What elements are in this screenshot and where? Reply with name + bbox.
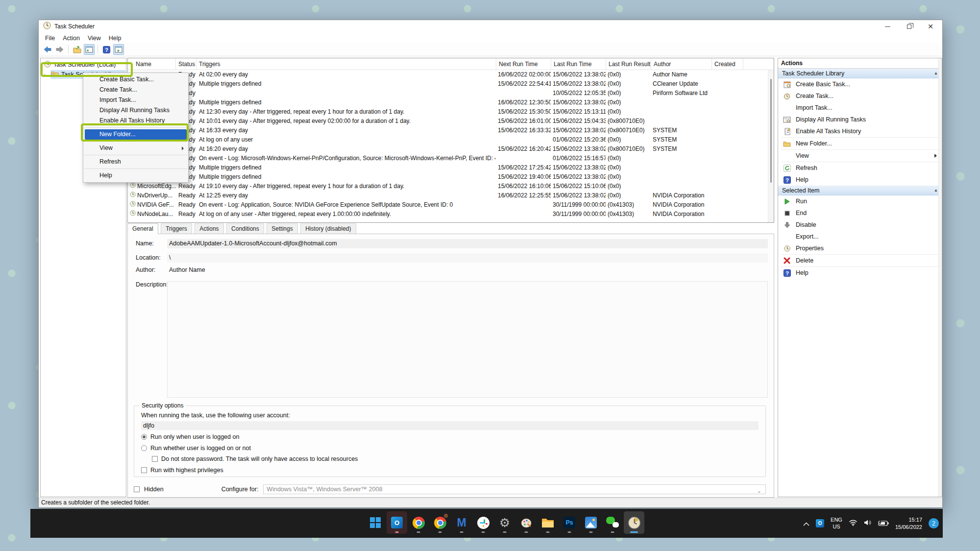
checkbox-icon[interactable]	[141, 467, 147, 473]
collapse-arrow-icon[interactable]: ▲	[934, 186, 938, 195]
action-new-folder[interactable]: New Folder...	[778, 138, 942, 149]
photoshop-icon[interactable]: Ps	[559, 511, 580, 534]
task-row[interactable]: Ready At 10:01 every day - After trigger…	[128, 117, 768, 126]
radio-icon[interactable]	[141, 445, 147, 451]
column-header-last-result[interactable]: Last Run Result	[606, 58, 651, 70]
action-refresh[interactable]: Refresh	[778, 162, 942, 174]
collapse-arrow-icon[interactable]: ▲	[934, 69, 938, 78]
ctx-new-folder[interactable]: New Folder...	[85, 129, 187, 140]
selected-item-section-header[interactable]: Selected Item ▲	[778, 186, 942, 195]
tab-settings[interactable]: Settings	[267, 223, 297, 234]
task-row[interactable]: Ready 10/05/2022 12:05:35 (0x0) Piriform…	[128, 89, 768, 98]
action-end[interactable]: End	[778, 207, 942, 219]
minimize-button[interactable]	[877, 20, 898, 33]
task-list-scrollbar[interactable]	[768, 70, 774, 222]
action-help[interactable]: ? Help	[778, 174, 942, 186]
task-row[interactable]: Ready Multiple triggers defined 15/06/20…	[128, 163, 768, 172]
column-header-name[interactable]: Name	[128, 58, 176, 70]
clock-datetime[interactable]: 15:17 15/06/2022	[895, 516, 922, 531]
column-header-created[interactable]: Created	[712, 58, 743, 70]
ctx-refresh[interactable]: Refresh	[83, 157, 188, 167]
chrome-icon[interactable]	[408, 511, 429, 534]
tree-item-local[interactable]: Task Scheduler (Local)	[41, 60, 126, 70]
back-icon[interactable]	[42, 44, 53, 55]
hidden-checkbox-icon[interactable]	[134, 486, 140, 492]
export-list-icon[interactable]	[72, 44, 82, 55]
radio-run-logged-on-or-not[interactable]: Run whether user is logged on or not	[141, 445, 251, 452]
title-bar[interactable]: Task Scheduler ✕	[39, 20, 942, 33]
task-row[interactable]: Ready At log on of any user 01/06/2022 1…	[128, 135, 768, 144]
task-row[interactable]: MicrosoftEdg... Ready At 19:10 every day…	[128, 182, 768, 191]
task-row[interactable]: Ready Multiple triggers defined 15/06/20…	[128, 172, 768, 182]
action-delete[interactable]: Delete	[778, 255, 942, 266]
action-view[interactable]: View	[778, 150, 942, 162]
action-help-selected[interactable]: ? Help	[778, 267, 942, 279]
chevron-up-icon[interactable]	[803, 519, 809, 528]
paint-icon[interactable]	[516, 511, 537, 534]
ctx-create-task[interactable]: Create Task...	[83, 85, 188, 95]
start-button-icon[interactable]	[365, 511, 386, 534]
action-create-basic-task[interactable]: Create Basic Task...	[778, 78, 942, 90]
close-button[interactable]: ✕	[920, 20, 941, 33]
chrome-profile-icon[interactable]	[430, 511, 450, 534]
action-import-task[interactable]: Import Task...	[778, 102, 942, 114]
action-display-running-tasks[interactable]: Display All Running Tasks	[778, 114, 942, 125]
language-indicator[interactable]: ENG US	[831, 517, 842, 529]
action-disable[interactable]: Disable	[778, 219, 942, 231]
ctx-enable-history[interactable]: Enable All Tasks History	[83, 116, 188, 126]
scrollbar-thumb[interactable]	[770, 79, 772, 183]
tab-general[interactable]: General	[127, 223, 158, 234]
task-row[interactable]: Ready At 16:20 every day 15/06/2022 16:2…	[128, 144, 768, 154]
task-row[interactable]: Ready Multiple triggers defined 15/06/20…	[128, 79, 768, 89]
action-properties[interactable]: Properties	[778, 242, 942, 254]
console-tree-toggle-icon[interactable]	[84, 44, 95, 55]
task-row[interactable]: NvDriverUp... Ready At 12:25 every day 1…	[128, 191, 768, 200]
tab-actions[interactable]: Actions	[195, 223, 223, 234]
task-row[interactable]: Ready At 16:33 every day 15/06/2022 16:3…	[128, 126, 768, 135]
restore-button[interactable]	[898, 20, 920, 33]
action-enable-history[interactable]: Enable All Tasks History	[778, 125, 942, 137]
task-scheduler-icon[interactable]	[624, 511, 644, 534]
menu-help[interactable]: Help	[105, 34, 125, 43]
column-header-author[interactable]: Author	[651, 58, 712, 70]
battery-icon[interactable]	[878, 519, 889, 528]
library-section-header[interactable]: Task Scheduler Library ▲	[778, 69, 942, 78]
column-header-triggers[interactable]: Triggers	[196, 58, 496, 70]
task-row[interactable]: Ready Multiple triggers defined 16/06/20…	[128, 98, 768, 107]
volume-icon[interactable]	[864, 519, 872, 528]
file-explorer-icon[interactable]	[538, 511, 558, 534]
menu-action[interactable]: Action	[59, 34, 84, 43]
description-field[interactable]	[167, 281, 768, 398]
ctx-display-running-tasks[interactable]: Display All Running Tasks	[83, 105, 188, 116]
slack-icon[interactable]	[473, 511, 493, 534]
action-run[interactable]: Run	[778, 195, 942, 207]
task-row[interactable]: Ready At 02:00 every day 16/06/2022 02:0…	[128, 70, 768, 79]
task-row[interactable]: Ready At 12:30 every day - After trigger…	[128, 107, 768, 117]
action-pane-toggle-icon[interactable]	[113, 44, 124, 55]
task-row[interactable]: NvNodeLau... Ready At log on of any user…	[128, 210, 768, 219]
configure-for-dropdown[interactable]: Windows Vista™, Windows Server™ 2008 ⌄	[263, 484, 766, 494]
malwarebytes-icon[interactable]: M	[451, 511, 472, 534]
action-create-task[interactable]: Create Task...	[778, 90, 942, 102]
checkbox-highest-privileges[interactable]: Run with highest privileges	[141, 467, 223, 474]
task-row[interactable]: Ready On event - Log: Microsoft-Windows-…	[128, 154, 768, 163]
tab-triggers[interactable]: Triggers	[161, 223, 192, 234]
tab-conditions[interactable]: Conditions	[226, 223, 264, 234]
outlook-icon[interactable]: O	[387, 511, 407, 534]
photos-icon[interactable]	[581, 511, 601, 534]
settings-gear-icon[interactable]: ⚙	[494, 511, 515, 534]
wechat-icon[interactable]	[602, 511, 623, 534]
ctx-help[interactable]: Help	[83, 170, 188, 181]
chevron-right-icon[interactable]: ›	[44, 72, 48, 77]
tab-history[interactable]: History (disabled)	[300, 223, 356, 234]
forward-icon[interactable]	[54, 44, 65, 55]
column-header-status[interactable]: Status	[176, 58, 196, 70]
checkbox-no-password[interactable]: Do not store password. The task will onl…	[152, 455, 358, 462]
ctx-create-basic-task[interactable]: Create Basic Task...	[83, 74, 188, 85]
radio-selected-icon[interactable]	[141, 434, 147, 440]
column-header-next-run[interactable]: Next Run Time	[496, 58, 551, 70]
column-header-last-run[interactable]: Last Run Time	[551, 58, 606, 70]
action-export[interactable]: Export...	[778, 231, 942, 242]
actions-panel-scrollbar[interactable]	[938, 58, 942, 497]
ctx-view[interactable]: View	[83, 143, 188, 153]
